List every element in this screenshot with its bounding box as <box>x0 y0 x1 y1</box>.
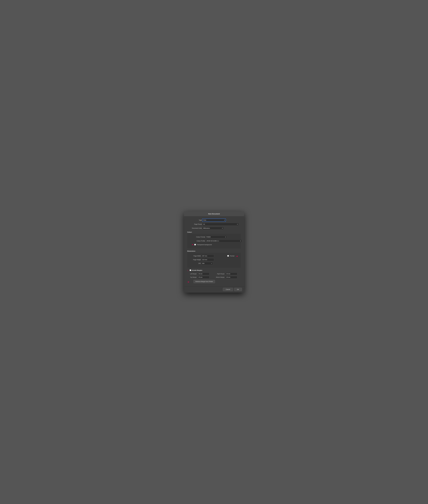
retrieve-arrow-icon: ➜ <box>187 281 189 283</box>
doc-units-label: Document Units: <box>187 227 202 229</box>
margins-grid: Left Margin: Right Margin: Top Margin: B… <box>187 273 241 279</box>
bottom-margin-input[interactable] <box>225 276 237 279</box>
type-select[interactable]: Print Web Devices <box>202 219 226 222</box>
portrait-checkbox[interactable] <box>227 255 229 257</box>
margins-section: Left Margin: Right Margin: Top Margin: B… <box>187 273 241 284</box>
down-arrow-icon: ↓ <box>187 269 189 271</box>
include-margins-label: Include Margins <box>192 269 202 271</box>
include-margins-checkbox[interactable] <box>189 269 191 271</box>
dpi-row: DPI: 72 96 150 300 600 <box>189 262 224 265</box>
colour-section-label: Colour: <box>187 231 241 233</box>
colour-profile-select[interactable]: sRGB IEC61966-2.1 Adobe RGB <box>206 239 242 242</box>
page-height-label: Page Height: <box>189 259 201 260</box>
dialog-body: Type: Print Web Devices Page Preset: A4 … <box>184 216 244 286</box>
left-margin-input[interactable] <box>198 273 209 275</box>
page-preset-select-wrapper: A4 A3 Letter <box>202 223 239 226</box>
colour-format-select-wrapper: RGB/8 CMYK/8 Greyscale/8 <box>206 236 227 238</box>
colour-format-row: Colour Format: RGB/8 CMYK/8 Greyscale/8 <box>189 236 239 238</box>
doc-units-row: Document Units: Millimetres Inches Pixel… <box>187 227 241 230</box>
bottom-margin-row: Bottom Margin: <box>215 276 241 279</box>
colour-profile-row: Colour Profile: sRGB IEC61966-2.1 Adobe … <box>189 239 239 242</box>
doc-units-select-wrapper: Millimetres Inches Pixels <box>202 227 224 230</box>
dimensions-left: Page Width: Page Height: DPI: 72 <box>189 254 224 266</box>
right-margin-input[interactable] <box>225 273 237 275</box>
dpi-select[interactable]: 72 96 150 300 600 <box>201 262 213 265</box>
dimensions-section-label: Dimensions: <box>187 250 241 252</box>
dpi-select-wrapper: 72 96 150 300 600 <box>201 262 213 265</box>
dimensions-inner: Page Width: Page Height: DPI: 72 <box>189 254 239 266</box>
bottom-margin-label: Bottom Margin: <box>215 276 225 278</box>
dialog-footer: Cancel OK <box>184 286 244 293</box>
type-label: Type: <box>187 219 202 221</box>
page-preset-select[interactable]: A4 A3 Letter <box>202 223 239 226</box>
portrait-arrow-icon: ➜ <box>236 255 238 258</box>
transparent-bg-checkbox-row: Transparent background <box>194 244 212 245</box>
include-margins-container: ↓ Include Margins <box>187 269 241 271</box>
retrieve-margin-button[interactable]: Retrieve Margin from Printer <box>193 280 215 283</box>
top-margin-label: Top Margin: <box>187 276 197 278</box>
transparent-bg-checkbox[interactable] <box>194 244 196 245</box>
dpi-label: DPI: <box>189 263 201 264</box>
dimensions-right: Portrait ➜ <box>227 255 239 258</box>
colour-profile-label: Colour Profile: <box>189 240 206 242</box>
page-preset-row: Page Preset: A4 A3 Letter <box>187 223 241 226</box>
left-margin-label: Left Margin: <box>187 273 197 275</box>
dialog-title: New Document <box>208 213 220 215</box>
colour-profile-select-wrapper: sRGB IEC61966-2.1 Adobe RGB <box>206 239 242 242</box>
ok-button[interactable]: OK <box>234 288 242 291</box>
colour-format-label: Colour Format: <box>189 236 206 238</box>
right-margin-label: Right Margin: <box>215 273 225 275</box>
page-height-input[interactable] <box>201 258 214 261</box>
top-margin-row: Top Margin: <box>187 276 213 279</box>
page-preset-label: Page Preset: <box>187 223 202 225</box>
type-row: Type: Print Web Devices <box>187 219 241 222</box>
page-height-row: Page Height: <box>189 258 224 261</box>
down-arrow-area: ↓ <box>187 269 189 271</box>
type-select-wrapper: Print Web Devices <box>202 219 226 222</box>
transparent-arrow-icon: ➜ <box>191 244 193 246</box>
left-margin-row: Left Margin: <box>187 273 213 275</box>
page-width-label: Page Width: <box>189 255 201 257</box>
top-margin-input[interactable] <box>198 276 209 279</box>
transparent-bg-label: Transparent background <box>197 244 212 245</box>
doc-units-select[interactable]: Millimetres Inches Pixels <box>202 227 224 230</box>
dimensions-section: Page Width: Page Height: DPI: 72 <box>187 253 241 268</box>
colour-section: Colour Format: RGB/8 CMYK/8 Greyscale/8 … <box>187 234 241 249</box>
page-width-input[interactable] <box>201 254 214 257</box>
retrieve-margin-row: ➜ Retrieve Margin from Printer <box>187 280 241 284</box>
new-document-dialog: New Document Type: Print Web Devices Pag… <box>184 211 244 293</box>
right-margin-row: Right Margin: <box>215 273 241 275</box>
title-bar: New Document <box>184 211 244 216</box>
portrait-label: Portrait <box>230 255 234 257</box>
cancel-button[interactable]: Cancel <box>223 288 233 291</box>
page-width-row: Page Width: <box>189 254 224 257</box>
transparent-bg-row: ➜ Transparent background <box>191 244 239 246</box>
colour-format-select[interactable]: RGB/8 CMYK/8 Greyscale/8 <box>206 236 227 238</box>
